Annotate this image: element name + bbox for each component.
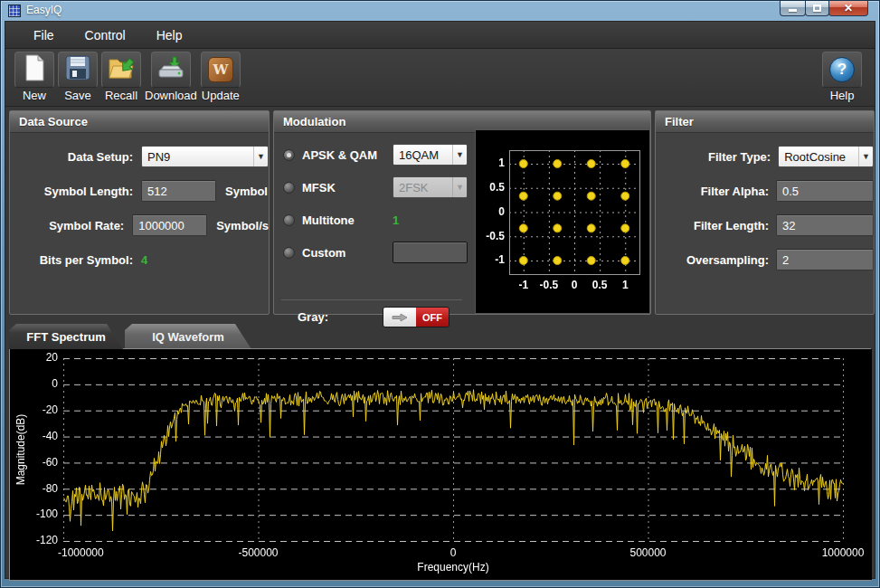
modulation-panel: Modulation APSK & QAM 16QAM ▼ MFSK 2FSK … (273, 110, 651, 315)
recall-label: Recall (105, 89, 137, 102)
update-label: Update (202, 89, 240, 102)
filter-length-label: Filter Length: (656, 219, 769, 232)
download-label: Download (145, 89, 197, 102)
filter-length-input[interactable] (776, 214, 874, 236)
oversampling-label: Oversampling: (656, 253, 769, 267)
custom-radio[interactable] (283, 247, 295, 259)
app-icon (8, 5, 21, 17)
arrow-right-icon (392, 313, 408, 322)
data-source-panel: Data Source Data Setup: PN9 ▼ Symbol Len… (9, 110, 270, 315)
filter-type-dropdown[interactable]: RootCosine ▼ (778, 146, 874, 167)
chevron-down-icon: ▼ (452, 145, 467, 165)
download-button[interactable]: Download (145, 52, 197, 102)
divider (281, 299, 462, 300)
recall-button[interactable]: Recall (101, 52, 141, 102)
update-button[interactable]: W Update (201, 52, 241, 102)
mfsk-radio[interactable] (283, 182, 295, 194)
save-label: Save (64, 89, 91, 102)
close-icon: ✕ (844, 2, 853, 14)
filter-panel: Filter Filter Type: RootCosine ▼ Filter … (655, 110, 875, 315)
oversampling-input[interactable] (776, 249, 874, 270)
filter-type-label: Filter Type: (656, 150, 771, 164)
help-question-icon: ? (829, 57, 855, 82)
app-window: EasyIQ ✕ File Control Help New (0, 0, 880, 588)
tab-iq-waveform[interactable]: IQ Waveform (125, 324, 251, 349)
gray-toggle[interactable]: OFF (383, 307, 449, 327)
toolbar: New Save (5, 49, 875, 107)
constellation-plot (475, 129, 650, 314)
menu-control[interactable]: Control (70, 24, 141, 47)
data-setup-value: PN9 (147, 150, 170, 164)
symbol-length-unit: Symbol (225, 185, 268, 198)
symbol-rate-input[interactable] (132, 214, 207, 236)
menu-help[interactable]: Help (141, 24, 198, 47)
gray-label: Gray: (298, 310, 328, 324)
multitone-radio[interactable] (283, 214, 295, 226)
symbol-rate-unit: Symbol/s (216, 219, 269, 232)
menu-file[interactable]: File (18, 24, 70, 47)
fft-spectrum-canvas (10, 349, 872, 580)
symbol-length-input[interactable] (141, 180, 216, 202)
custom-label: Custom (302, 246, 345, 260)
chevron-down-icon: ▼ (858, 147, 873, 166)
help-button[interactable]: ? Help (822, 52, 862, 102)
symbol-length-label: Symbol Length: (10, 185, 133, 198)
filter-alpha-label: Filter Alpha: (656, 185, 769, 198)
new-button[interactable]: New (14, 52, 54, 102)
save-floppy-icon (65, 55, 90, 84)
minimize-button[interactable] (780, 1, 806, 16)
new-document-icon (24, 54, 45, 85)
multitone-value: 1 (393, 213, 399, 227)
data-setup-dropdown[interactable]: PN9 ▼ (141, 146, 269, 167)
multitone-label: Multitone (302, 213, 355, 227)
client-area: File Control Help New (5, 21, 875, 579)
update-icon: W (208, 57, 233, 82)
tab-fft-spectrum[interactable]: FFT Spectrum (9, 324, 123, 349)
apsk-qam-value: 16QAM (399, 148, 439, 162)
chevron-down-icon: ▼ (253, 147, 268, 166)
custom-input[interactable] (393, 242, 468, 263)
help-label: Help (830, 89, 855, 102)
gray-state-badge: OFF (416, 308, 449, 327)
maximize-icon (813, 5, 821, 12)
chevron-down-icon: ▼ (452, 177, 467, 197)
close-button[interactable]: ✕ (828, 1, 868, 16)
maximize-button[interactable] (805, 1, 829, 16)
filter-type-value: RootCosine (784, 150, 846, 164)
apsk-qam-label: APSK & QAM (302, 148, 377, 162)
constellation-canvas (476, 130, 649, 313)
save-button[interactable]: Save (58, 52, 98, 102)
mfsk-label: MFSK (302, 181, 336, 194)
window-title: EasyIQ (26, 4, 62, 16)
data-source-title: Data Source (10, 111, 269, 133)
symbol-rate-label: Symbol Rate: (10, 219, 124, 232)
mfsk-dropdown: 2FSK ▼ (393, 176, 468, 198)
menu-bar: File Control Help (5, 22, 875, 49)
recall-folder-icon (108, 55, 135, 84)
bits-per-symbol-label: Bits per Symbol: (10, 253, 133, 267)
bits-per-symbol-value: 4 (141, 253, 147, 267)
title-bar[interactable]: EasyIQ ✕ (1, 1, 879, 21)
data-setup-label: Data Setup: (10, 150, 133, 164)
new-label: New (23, 89, 46, 102)
apsk-qam-dropdown[interactable]: 16QAM ▼ (393, 144, 468, 166)
download-drive-icon (156, 55, 185, 84)
apsk-qam-radio[interactable] (283, 149, 295, 161)
filter-title: Filter (656, 111, 874, 133)
minimize-icon (789, 9, 797, 12)
filter-alpha-input[interactable] (776, 180, 874, 202)
mfsk-value: 2FSK (399, 181, 429, 194)
fft-spectrum-plot (9, 348, 871, 581)
